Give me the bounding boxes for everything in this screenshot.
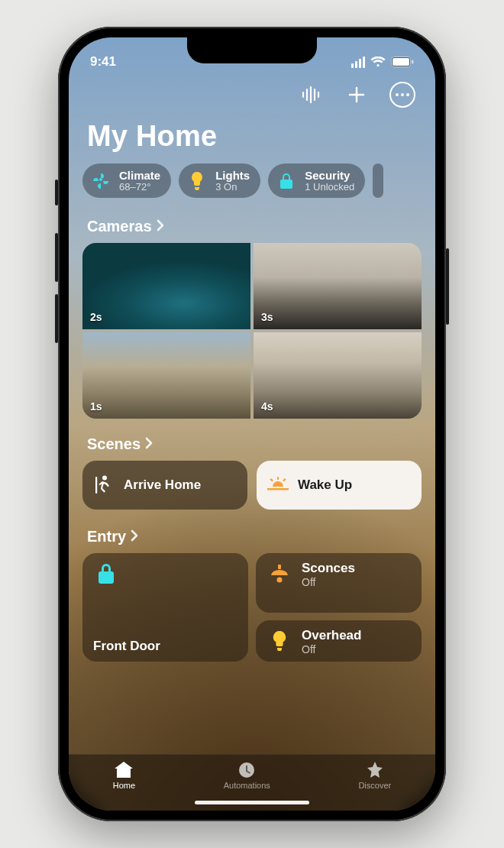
summary-chips: Climate 68–72° Lights 3 On bbox=[82, 163, 422, 213]
svg-rect-15 bbox=[278, 565, 281, 569]
chip-label: Climate bbox=[119, 170, 160, 182]
tab-label: Automations bbox=[224, 781, 270, 790]
svg-rect-2 bbox=[412, 60, 414, 64]
section-title: Entry bbox=[87, 528, 126, 545]
fan-icon bbox=[90, 170, 111, 192]
screen: 9:41 bbox=[69, 37, 435, 811]
camera-tile[interactable]: 1s bbox=[82, 332, 250, 419]
section-header-cameras[interactable]: Cameras bbox=[82, 213, 422, 243]
device-frame: 9:41 bbox=[58, 27, 446, 821]
clock-icon bbox=[236, 761, 257, 779]
tab-label: Home bbox=[113, 781, 135, 790]
camera-timestamp: 4s bbox=[261, 400, 273, 413]
camera-timestamp: 3s bbox=[261, 311, 273, 323]
summary-chip-lights[interactable]: Lights 3 On bbox=[179, 163, 260, 198]
chevron-right-icon bbox=[131, 528, 138, 545]
svg-rect-1 bbox=[393, 58, 409, 66]
camera-timestamp: 1s bbox=[90, 400, 102, 413]
svg-point-12 bbox=[406, 93, 409, 96]
tab-label: Discover bbox=[358, 781, 391, 790]
tab-discover[interactable]: Discover bbox=[358, 761, 391, 790]
side-button bbox=[55, 233, 58, 282]
sunrise-icon bbox=[267, 474, 289, 496]
camera-grid: 2s 3s 1s 4s bbox=[82, 243, 422, 419]
chip-label: Lights bbox=[215, 170, 250, 182]
bulb-icon bbox=[186, 170, 208, 192]
accessory-sconces[interactable]: Sconces Off bbox=[256, 553, 422, 613]
star-icon bbox=[364, 761, 386, 779]
summary-chip-climate[interactable]: Climate 68–72° bbox=[82, 163, 171, 198]
svg-rect-13 bbox=[95, 477, 97, 494]
summary-chip-more[interactable] bbox=[373, 163, 383, 198]
page-title: My Home bbox=[82, 115, 422, 163]
chip-label: Security bbox=[305, 170, 354, 182]
status-time: 9:41 bbox=[90, 54, 116, 70]
accessory-name: Sconces bbox=[302, 561, 355, 576]
scenes-row: Arrive Home Wake Up bbox=[82, 461, 422, 523]
camera-timestamp: 2s bbox=[90, 311, 102, 323]
section-title: Cameras bbox=[87, 218, 152, 235]
intercom-icon[interactable] bbox=[298, 82, 324, 108]
camera-thumbnail bbox=[254, 243, 422, 329]
section-title: Scenes bbox=[87, 435, 141, 453]
chip-value: 1 Unlocked bbox=[305, 182, 354, 193]
camera-tile[interactable]: 2s bbox=[82, 243, 250, 329]
accessory-state: Off bbox=[302, 643, 361, 655]
home-indicator bbox=[195, 801, 309, 804]
chip-value: 68–72° bbox=[119, 182, 160, 193]
tab-bar: Home Automations Discover bbox=[69, 754, 435, 811]
accessory-overhead[interactable]: Overhead Off bbox=[256, 620, 422, 662]
top-action-bar bbox=[69, 79, 435, 115]
chevron-right-icon bbox=[157, 218, 164, 235]
more-button[interactable] bbox=[389, 82, 415, 108]
section-header-scenes[interactable]: Scenes bbox=[82, 431, 422, 461]
accessory-state: Off bbox=[302, 576, 355, 588]
main-content: My Home Climate 68–72° bbox=[69, 115, 435, 754]
scene-label: Wake Up bbox=[298, 477, 352, 493]
svg-point-14 bbox=[102, 476, 107, 481]
camera-tile[interactable]: 3s bbox=[254, 243, 422, 329]
home-icon bbox=[113, 761, 134, 779]
camera-thumbnail bbox=[82, 332, 250, 419]
notch bbox=[187, 37, 317, 63]
ceiling-light-icon bbox=[267, 562, 292, 587]
chip-value: 3 On bbox=[215, 182, 250, 193]
person-arrive-icon bbox=[93, 474, 115, 496]
battery-icon bbox=[391, 57, 414, 67]
summary-chip-security[interactable]: Security 1 Unlocked bbox=[268, 163, 365, 198]
accessory-front-door[interactable]: Front Door bbox=[82, 553, 248, 662]
accessory-name: Overhead bbox=[302, 628, 361, 643]
side-button bbox=[55, 294, 58, 343]
lock-icon bbox=[93, 561, 119, 587]
tab-home[interactable]: Home bbox=[113, 761, 135, 790]
entry-grid: Front Door Sconces Off bbox=[82, 553, 422, 662]
svg-point-16 bbox=[277, 578, 283, 583]
lock-icon bbox=[276, 170, 297, 192]
camera-tile[interactable]: 4s bbox=[254, 332, 422, 419]
camera-thumbnail bbox=[82, 243, 250, 329]
scene-wake-up[interactable]: Wake Up bbox=[257, 461, 422, 510]
accessory-name: Front Door bbox=[93, 639, 237, 654]
camera-thumbnail bbox=[254, 332, 422, 419]
section-header-entry[interactable]: Entry bbox=[82, 523, 422, 553]
cellular-signal-icon bbox=[351, 57, 365, 68]
scene-arrive-home[interactable]: Arrive Home bbox=[82, 461, 247, 510]
side-button bbox=[446, 248, 449, 325]
wifi-icon bbox=[370, 57, 386, 67]
status-indicators bbox=[351, 57, 414, 68]
bulb-icon bbox=[267, 629, 292, 655]
chevron-right-icon bbox=[145, 435, 153, 453]
side-button bbox=[55, 180, 58, 206]
add-button[interactable] bbox=[344, 82, 370, 108]
tab-automations[interactable]: Automations bbox=[224, 761, 270, 790]
svg-point-10 bbox=[396, 93, 399, 96]
svg-point-11 bbox=[401, 93, 404, 96]
scene-label: Arrive Home bbox=[124, 477, 201, 493]
